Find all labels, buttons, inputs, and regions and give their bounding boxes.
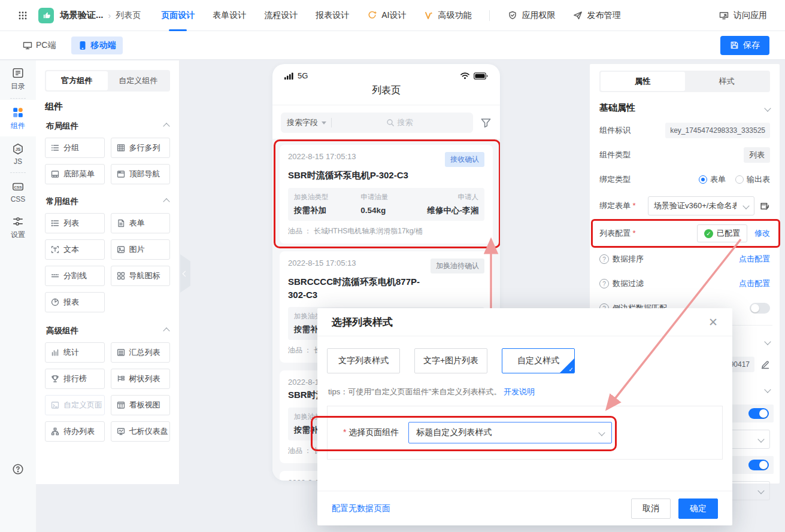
trophy-icon	[51, 375, 59, 383]
breadcrumb-page[interactable]: 列表页	[116, 10, 141, 21]
data-filter-row: ?数据过滤 点击配置	[599, 276, 770, 291]
cancel-button[interactable]: 取消	[631, 498, 671, 519]
component-item-bottom-menu[interactable]: 底部菜单	[45, 164, 105, 184]
tab-official-components[interactable]: 官方组件	[46, 71, 108, 90]
collapse-chevron-icon	[163, 327, 169, 334]
section-advanced-components[interactable]: 高级组件	[46, 326, 169, 336]
radio-form[interactable]: 表单	[699, 174, 726, 185]
confirm-button[interactable]: 确定	[678, 498, 718, 519]
field-value: 按需补加	[294, 206, 326, 215]
component-item-tree-list[interactable]: 树状列表	[111, 369, 171, 389]
tab-style[interactable]: 样式	[685, 72, 769, 91]
component-item-image[interactable]: 图片	[111, 239, 171, 260]
panel-heading: 组件	[45, 101, 170, 113]
component-type-row: 组件类型 列表	[599, 147, 770, 163]
option-text-list-style[interactable]: 文字列表样式	[327, 348, 400, 373]
left-icon-rail: 目录 组件 JS JS CSS CSS 设置	[0, 60, 37, 532]
radio-selected-icon	[699, 175, 707, 184]
component-item-form[interactable]: 表单	[111, 213, 171, 233]
rail-item-css[interactable]: CSS CSS	[0, 174, 36, 209]
option-custom-style[interactable]: 自定义样式 ✓	[502, 348, 575, 373]
app-logo	[38, 8, 54, 23]
close-icon[interactable]: ✕	[708, 317, 718, 328]
open-form-icon[interactable]	[760, 201, 770, 211]
app-title[interactable]: 场景验证...	[60, 10, 104, 21]
component-item-summary-list[interactable]: 汇总列表	[111, 342, 171, 363]
setting-toggle-on[interactable]	[748, 460, 769, 470]
visit-app-button[interactable]: 访问应用	[719, 10, 767, 21]
filter-funnel-icon[interactable]	[480, 117, 492, 129]
data-sort-row: ?数据排序 点击配置	[599, 251, 770, 267]
collapse-chevron-icon	[163, 123, 169, 129]
rail-item-toc[interactable]: 目录	[0, 60, 36, 97]
modal-footer: 配置无数据页面 取消 确定	[317, 491, 732, 525]
component-item-kanban[interactable]: 看板视图	[111, 395, 171, 415]
tab-flow-design[interactable]: 流程设计	[264, 0, 298, 31]
modal-header: 选择列表样式 ✕	[317, 308, 732, 336]
rail-item-components[interactable]: 组件	[0, 100, 36, 136]
list-card[interactable]: 2022-8-15 17:05:13 接收确认 SBR时流循环泵电机P-302-…	[280, 145, 493, 244]
shield-check-icon	[508, 11, 517, 20]
no-data-page-link[interactable]: 配置无数据页面	[332, 503, 390, 514]
dev-docs-link[interactable]: 开发说明	[504, 387, 535, 396]
component-item-nav-icons[interactable]: 导航图标	[111, 266, 171, 286]
sidebar-match-toggle[interactable]	[750, 303, 770, 314]
tab-page-design[interactable]: 页面设计	[161, 0, 195, 31]
component-item-report[interactable]: 报表	[45, 292, 105, 312]
rail-item-js[interactable]: JS JS	[0, 136, 36, 171]
device-toolbar: PC端 移动端 保存	[0, 31, 785, 60]
summary-list-icon	[117, 348, 125, 357]
modify-link[interactable]: 修改	[754, 228, 770, 239]
tab-properties[interactable]: 属性	[601, 72, 685, 91]
dashboard-monitor-icon	[117, 427, 125, 436]
component-item-stats[interactable]: 统计	[45, 342, 105, 363]
radio-output-table[interactable]: 输出表	[735, 174, 770, 185]
component-item-group[interactable]: 分组	[45, 138, 105, 158]
check-circle-icon: ✓	[704, 229, 713, 238]
tab-ai-design[interactable]: AI设计	[367, 0, 406, 31]
tab-form-design[interactable]: 表单设计	[213, 0, 246, 31]
field-label: 加换油类型	[294, 193, 330, 202]
section-common-components[interactable]: 常用组件	[46, 196, 169, 207]
section-layout-components[interactable]: 布局组件	[46, 121, 169, 132]
save-button[interactable]: 保存	[720, 36, 769, 55]
tab-report-design[interactable]: 报表设计	[316, 0, 349, 31]
setting-toggle-on[interactable]	[748, 408, 769, 419]
rail-item-settings[interactable]: 设置	[0, 209, 36, 245]
basic-properties-section[interactable]: 基础属性	[599, 102, 770, 114]
field-label: 申请人	[428, 193, 479, 202]
search-input[interactable]: 搜索字段 搜索	[281, 113, 473, 133]
mobile-mode-button[interactable]: 移动端	[71, 37, 123, 54]
help-button[interactable]	[0, 463, 36, 475]
breadcrumb-separator: ›	[108, 11, 111, 20]
component-item-text[interactable]: 文本	[45, 239, 105, 260]
component-item-ranking[interactable]: 排行榜	[45, 369, 105, 389]
component-item-top-nav[interactable]: 顶部导航	[111, 164, 171, 184]
tab-advanced-features[interactable]: 高级功能	[424, 0, 471, 31]
signal-bars-icon	[284, 72, 295, 80]
tab-custom-components[interactable]: 自定义组件	[108, 71, 169, 90]
component-item-todo-list[interactable]: 待办列表	[45, 421, 105, 442]
pc-mode-button[interactable]: PC端	[16, 37, 63, 54]
page-component-select[interactable]: 标题自定义列表样式	[408, 422, 612, 443]
component-item-multi-row-col[interactable]: 多行多列	[111, 138, 171, 158]
edit-pencil-icon[interactable]	[760, 360, 770, 369]
data-sort-config-link[interactable]: 点击配置	[739, 254, 770, 265]
tab-publish-management[interactable]: 发布管理	[573, 0, 620, 31]
configured-button[interactable]: ✓ 已配置	[697, 224, 747, 242]
data-filter-config-link[interactable]: 点击配置	[739, 278, 770, 289]
common-components-grid: 列表 表单 文本 图片 分割线 导航图标 报表	[45, 213, 170, 312]
tab-app-permissions[interactable]: 应用权限	[508, 0, 555, 31]
card-time: 2022-8-15 17:05:13	[288, 259, 356, 267]
component-item-divider[interactable]: 分割线	[45, 266, 105, 286]
phone-status-bar: 5G	[272, 64, 500, 80]
component-item-list[interactable]: 列表	[45, 213, 105, 233]
apps-grid-icon[interactable]	[18, 11, 28, 20]
component-item-qixi-dashboard[interactable]: 七析仪表盘	[111, 421, 171, 442]
thumb-up-icon	[42, 11, 51, 20]
search-field-label[interactable]: 搜索字段	[287, 117, 318, 128]
panel-collapse-handle[interactable]	[180, 254, 190, 293]
status-badge: 加换油待确认	[431, 259, 484, 273]
option-text-image-list[interactable]: 文字+图片列表	[414, 348, 487, 373]
bind-form-select[interactable]: 场景验证v360+/未命名表	[648, 196, 754, 215]
